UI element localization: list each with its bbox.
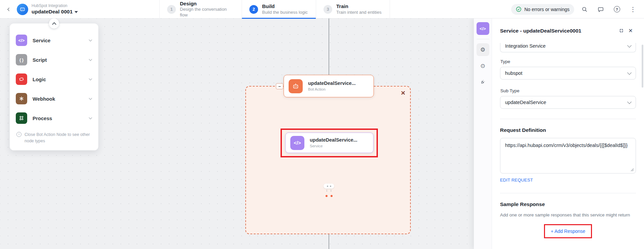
code-icon: </> [16, 35, 27, 46]
bot-action-icon [289, 79, 303, 93]
help-button[interactable]: ? [611, 4, 623, 15]
highlight-annotation: + Add Response [544, 224, 592, 238]
drop-dots-icon [324, 195, 334, 197]
sample-response-description: Add one or more sample responses that th… [500, 211, 636, 219]
project-label: HubSpot Integration [32, 3, 78, 8]
step-number: 1 [167, 5, 176, 14]
palette-item-label: Process [33, 115, 89, 121]
subtype-select[interactable]: updateDealService [500, 96, 636, 109]
palette-item-script[interactable]: { } Script [10, 50, 98, 69]
chevron-down-icon [89, 97, 92, 100]
select-value: Integration Service [505, 43, 628, 49]
rail-tab-settings[interactable]: ⚙ [477, 43, 489, 56]
panel-scrollbar[interactable] [642, 45, 643, 88]
rail-tab-component[interactable]: </> [477, 22, 489, 35]
node-subtitle: Bot Action [308, 87, 356, 92]
connector-line-bottom [329, 234, 329, 249]
type-select[interactable]: hubspot [500, 67, 636, 80]
palette-item-process[interactable]: Process [10, 108, 98, 128]
request-definition-heading: Request Definition [500, 127, 636, 133]
step-desc: Design the conversation flow [180, 7, 234, 18]
collapse-panel-button[interactable] [616, 26, 626, 36]
rail-tab-instance[interactable]: ⊙ [477, 59, 489, 72]
node-title: updateDealService... [308, 80, 356, 87]
service-node[interactable]: </> updateDealService... Service [285, 133, 374, 153]
step-number: 3 [324, 5, 332, 14]
bot-action-node[interactable]: updateDealService... Bot Action [284, 75, 374, 97]
subtype-label: Sub Type [500, 88, 636, 93]
node-palette: </> Service { } Script Logic Webh [10, 23, 98, 150]
divider [477, 39, 489, 39]
collapse-icon [618, 28, 624, 34]
rail-tab-connections[interactable] [477, 76, 489, 88]
bot-avatar[interactable] [17, 4, 28, 15]
resize-handle-icon[interactable] [631, 168, 634, 171]
chat-bot-icon [19, 6, 26, 12]
plug-icon [480, 79, 486, 85]
palette-note-text: Close Bot Action Node to see other node … [24, 132, 92, 144]
edit-request-link[interactable]: EDIT REQUEST [500, 178, 533, 183]
back-button[interactable] [4, 5, 13, 14]
step-label: Design [180, 0, 234, 7]
collapse-node-button[interactable]: − [276, 83, 283, 89]
divider [500, 119, 636, 119]
org-chart-icon [16, 112, 27, 124]
palette-item-label: Webhook [33, 96, 89, 102]
braces-icon: { } [16, 54, 27, 65]
minus-icon: − [278, 84, 281, 89]
step-label: Train [336, 3, 382, 10]
status-badge-text: No errors or warnings [524, 7, 569, 12]
step-build[interactable]: 2 Build Build the business logic [242, 0, 316, 18]
palette-item-label: Script [33, 57, 89, 63]
bot-name: updateDeal 0001 [32, 8, 72, 15]
chevron-down-icon [627, 100, 632, 104]
panel-rail: </> ⚙ ⊙ [474, 18, 492, 249]
chevron-down-icon [627, 70, 632, 75]
top-header: HubSpot Integration updateDeal 0001 1 De… [0, 0, 644, 18]
close-icon: ✕ [401, 90, 405, 97]
node-subtitle: Service [310, 144, 357, 149]
asterisk-icon [16, 93, 27, 104]
search-icon [582, 6, 588, 12]
add-response-button[interactable]: + Add Response [551, 229, 585, 234]
request-definition-box[interactable]: https://api.hubapi.com/crm/v3/objects/de… [500, 138, 636, 173]
circle-dot-icon: ⊙ [480, 63, 485, 69]
close-panel-button[interactable]: ✕ [626, 26, 635, 36]
palette-item-service[interactable]: </> Service [10, 31, 98, 50]
bot-name-dropdown[interactable]: updateDeal 0001 [32, 8, 78, 15]
chat-icon [598, 6, 604, 12]
help-icon: ? [614, 6, 620, 12]
close-bot-action-button[interactable]: ✕ [399, 89, 407, 97]
search-button[interactable] [579, 4, 590, 15]
more-menu-button[interactable]: ⋮ [627, 4, 639, 15]
sample-response-heading: Sample Response [500, 201, 636, 207]
flow-canvas[interactable]: ✕ updateDealService... Bot Action − </> … [0, 18, 474, 249]
comments-button[interactable] [595, 4, 606, 15]
collapse-palette-button[interactable] [49, 18, 59, 29]
info-icon: i [16, 132, 21, 137]
chevron-down-icon [627, 43, 632, 48]
code-icon: </> [480, 26, 486, 31]
panel-body: Integration Service Type hubspot Sub Typ… [492, 43, 644, 249]
gear-icon: ⚙ [480, 47, 485, 53]
chevron-down-icon [89, 38, 92, 42]
caret-down-icon [75, 11, 78, 13]
palette-item-webhook[interactable]: Webhook [10, 89, 98, 108]
step-desc: Train intent and entities [336, 10, 382, 15]
kebab-menu-icon: ⋮ [630, 6, 636, 12]
request-url: https://api.hubapi.com/crm/v3/objects/de… [500, 138, 636, 153]
palette-item-logic[interactable]: Logic [10, 69, 98, 89]
panel-title: Service - updateDealService0001 [500, 28, 616, 34]
chevron-down-icon [89, 116, 92, 119]
chevron-down-icon [89, 77, 92, 81]
status-badge: No errors or warnings [511, 4, 574, 15]
chevron-left-icon [6, 7, 11, 12]
check-circle-icon [516, 6, 522, 12]
node-title: updateDealService... [310, 137, 357, 144]
integration-service-select[interactable]: Integration Service [500, 43, 636, 52]
palette-item-label: Service [33, 38, 89, 43]
step-design[interactable]: 1 Design Design the conversation flow [159, 0, 242, 18]
service-config-panel: </> ⚙ ⊙ Service - updateDealService0001 … [474, 18, 644, 249]
step-train[interactable]: 3 Train Train intent and entities [316, 0, 390, 18]
connector-line-top [329, 18, 329, 75]
